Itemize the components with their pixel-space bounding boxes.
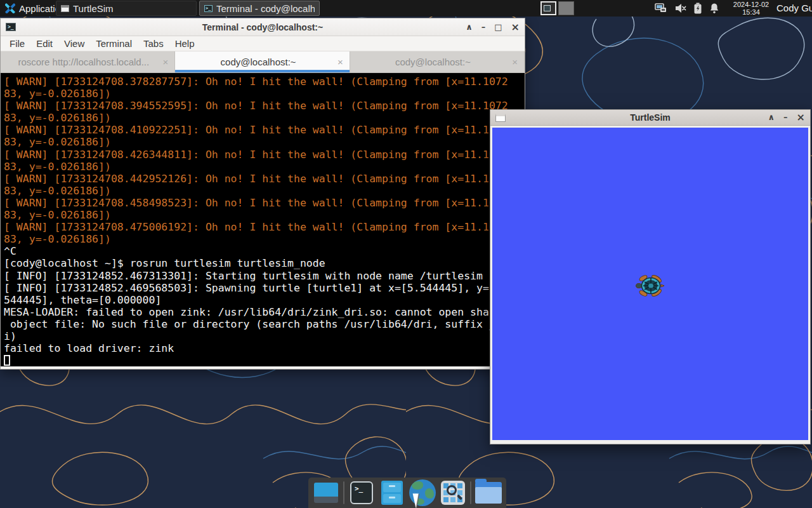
terminal-window-controls: ∧–□× [466, 22, 520, 33]
dock-separator [343, 481, 344, 504]
terminal-line: 83, y=-0.026186]) [4, 209, 525, 221]
dock-folder-icon[interactable] [475, 480, 502, 505]
terminal-tab-2[interactable]: cody@localhost:~× [175, 51, 350, 72]
tab-close-icon[interactable]: × [163, 57, 169, 67]
terminal-icon [544, 5, 551, 11]
terminal-line: [ WARN] [1733124708.378287757]: Oh no! I… [4, 76, 525, 88]
terminal-line: [ WARN] [1733124708.394552595]: Oh no! I… [4, 100, 525, 112]
maximize-button[interactable]: □ [494, 22, 502, 33]
turtlesim-canvas [492, 128, 808, 440]
window-icon [495, 114, 506, 122]
taskbar-button-terminal[interactable]: >_Terminal - cody@localh... [199, 1, 320, 16]
terminal-line: 83, y=-0.026186]) [4, 185, 525, 197]
terminal-line: 83, y=-0.026186]) [4, 233, 525, 245]
menu-terminal[interactable]: Terminal [91, 37, 137, 50]
terminal-line: [ WARN] [1733124708.442952126]: Oh no! I… [4, 173, 525, 185]
terminal-line: [ INFO] [1733124852.467313301]: Starting… [4, 270, 525, 282]
shade-button[interactable]: ∧ [466, 22, 473, 33]
terminal-line: object file: No such file or directory (… [4, 318, 525, 330]
dock: >_ [308, 478, 506, 508]
turtlesim-window: TurtleSim ∧–× [490, 109, 811, 444]
turtlesim-canvas-frame [490, 126, 810, 444]
menu-file[interactable]: File [4, 37, 30, 50]
terminal-menubar: FileEditViewTerminalTabsHelp [1, 36, 525, 51]
tab-close-icon[interactable]: × [512, 57, 518, 67]
close-button[interactable]: × [797, 112, 805, 123]
taskbar-button-label: TurtleSim [73, 3, 114, 14]
terminal-window-title: Terminal - cody@localhost:~ [1, 22, 525, 32]
terminal-tab-1[interactable]: roscore http://localhost.locald...× [1, 51, 175, 72]
volume-muted-icon[interactable] [674, 3, 686, 14]
menu-view[interactable]: View [59, 37, 89, 50]
terminal-line: [ WARN] [1733124708.458498523]: Oh no! I… [4, 197, 525, 209]
terminal-titlebar[interactable]: >_ Terminal - cody@localhost:~ ∧–□× [1, 18, 525, 36]
taskbar-button-turtlesim[interactable]: TurtleSim [56, 1, 197, 16]
turtle-sprite [636, 273, 665, 298]
terminal-line: 83, y=-0.026186]) [4, 88, 525, 100]
distro-logo-icon [5, 3, 15, 13]
battery-charging-icon[interactable] [693, 3, 702, 14]
workspace-switcher [540, 1, 574, 15]
terminal-line: [ WARN] [1733124708.410922251]: Oh no! I… [4, 124, 525, 136]
clock-date: 2024-12-02 [730, 1, 773, 8]
terminal-line: 83, y=-0.026186]) [4, 112, 525, 124]
terminal-screen[interactable]: [ WARN] [1733124708.378287757]: Oh no! I… [1, 73, 525, 366]
terminal-window: >_ Terminal - cody@localhost:~ ∧–□× File… [0, 18, 525, 370]
tab-close-icon[interactable]: × [337, 57, 343, 67]
window-button-list: TurtleSim>_Terminal - cody@localh... [56, 1, 320, 16]
clock-time: 15:34 [730, 8, 773, 16]
turtlesim-titlebar[interactable]: TurtleSim ∧–× [490, 110, 810, 126]
minimize-button[interactable]: – [481, 22, 486, 33]
terminal-line: 544445], theta=[0.000000] [4, 294, 525, 306]
close-button[interactable]: × [511, 22, 520, 33]
menu-tabs[interactable]: Tabs [138, 37, 169, 50]
clock[interactable]: 2024-12-02 15:34 [730, 1, 773, 16]
user-menu[interactable]: Cody Gu [776, 0, 812, 17]
tab-label: cody@localhost:~ [359, 57, 508, 67]
dock-desktop-icon[interactable] [313, 480, 339, 505]
terminal-line: [cody@localhost ~]$ rosrun turtlesim tur… [4, 257, 525, 269]
terminal-tabbar: roscore http://localhost.locald...×cody@… [1, 51, 525, 73]
workspace-2[interactable] [558, 1, 574, 15]
terminal-line: i) [4, 330, 525, 342]
minimize-button[interactable]: – [783, 112, 788, 123]
terminal-line: 83, y=-0.026186]) [4, 136, 525, 148]
terminal-line: MESA-LOADER: failed to open zink: /usr/l… [4, 306, 525, 318]
dock-browser-icon[interactable] [409, 480, 436, 505]
top-panel: Applications ≡ TurtleSim>_Terminal - cod… [0, 0, 812, 17]
menu-help[interactable]: Help [170, 37, 200, 50]
taskbar-button-label: Terminal - cody@localh... [216, 3, 315, 14]
terminal-line: failed to load driver: zink [4, 342, 525, 354]
terminal-line: [ WARN] [1733124708.475006192]: Oh no! I… [4, 221, 525, 233]
system-tray [655, 3, 719, 14]
terminal-tab-3[interactable]: cody@localhost:~× [350, 51, 525, 72]
workspace-1[interactable] [540, 1, 556, 15]
display-icon[interactable] [655, 3, 667, 14]
dock-terminal-icon[interactable]: >_ [348, 480, 375, 505]
dock-separator [470, 481, 471, 504]
window-icon [61, 5, 69, 12]
terminal-cursor [4, 355, 10, 366]
tab-label: roscore http://localhost.locald... [10, 57, 158, 67]
turtlesim-window-controls: ∧–× [768, 112, 805, 123]
notifications-bell-icon[interactable] [709, 3, 719, 14]
turtlesim-window-title: TurtleSim [490, 112, 810, 123]
dock-file-cabinet-icon[interactable] [379, 480, 405, 505]
menu-edit[interactable]: Edit [31, 37, 58, 50]
tab-label: cody@localhost:~ [184, 57, 332, 67]
shade-button[interactable]: ∧ [768, 112, 775, 123]
terminal-line: [ INFO] [1733124852.469568503]: Spawning… [4, 282, 525, 294]
terminal-line: [ WARN] [1733124708.426344811]: Oh no! I… [4, 149, 525, 161]
terminal-icon: >_ [6, 23, 16, 31]
terminal-line: ^C [4, 245, 525, 257]
terminal-line: 83, y=-0.026186]) [4, 161, 525, 173]
terminal-icon: >_ [204, 5, 213, 12]
dock-search-icon[interactable] [440, 480, 466, 505]
